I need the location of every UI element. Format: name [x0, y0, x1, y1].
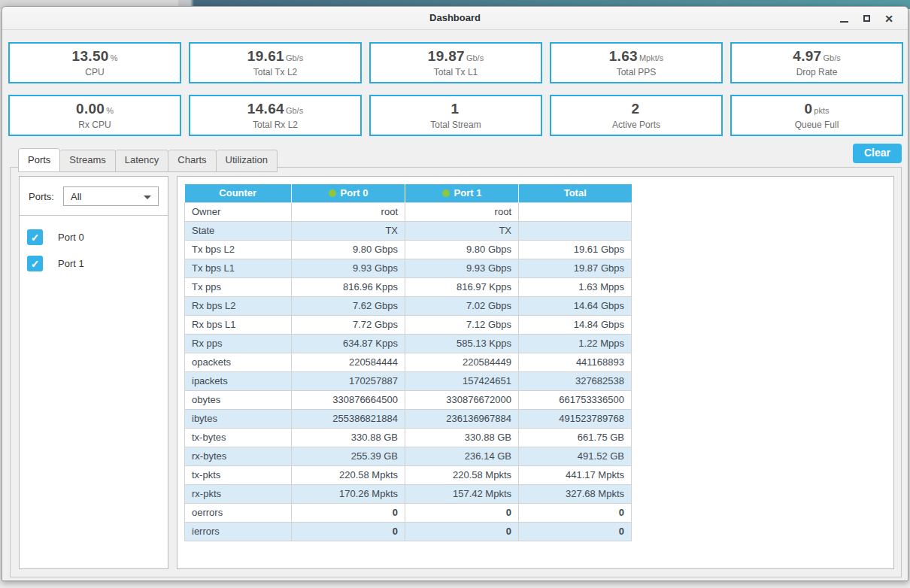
stat-unit: Gb/s — [823, 53, 840, 62]
counter-cell: rx-bytes — [185, 447, 292, 465]
stat-card: 14.64Gb/s Total Rx L2 — [189, 95, 362, 136]
value-cell: 7.02 Gbps — [405, 296, 519, 315]
tab-streams[interactable]: Streams — [60, 150, 115, 172]
stat-label: Drop Rate — [796, 67, 838, 77]
value-cell: 220584444 — [292, 353, 405, 371]
tab-charts[interactable]: Charts — [168, 150, 216, 172]
table-row-opackets: opackets220584444220584449441168893 — [185, 353, 632, 371]
value-cell: 220584449 — [405, 353, 519, 371]
tab-utilization[interactable]: Utilization — [217, 150, 278, 172]
stat-unit: Mpkt/s — [639, 53, 663, 62]
minimize-button[interactable] — [833, 11, 855, 27]
table-row-tx-pps: Tx pps816.96 Kpps816.97 Kpps1.63 Mpps — [185, 277, 632, 296]
stat-label: Rx CPU — [78, 120, 111, 130]
value-cell: 327682538 — [519, 371, 632, 390]
stat-label: Queue Full — [795, 120, 839, 130]
tab-bar: PortsStreamsLatencyChartsUtilization — [18, 148, 278, 172]
value-cell: 19.61 Gbps — [519, 240, 632, 259]
table-row-rx-bps-l2: Rx bps L27.62 Gbps7.02 Gbps14.64 Gbps — [185, 296, 632, 315]
value-cell: 220.58 Mpkts — [405, 465, 519, 484]
counter-cell: rx-pkts — [185, 484, 292, 503]
minimize-icon — [840, 21, 848, 23]
stat-card: 13.50% CPU — [8, 42, 181, 83]
stat-label: Active Ports — [612, 120, 660, 130]
maximize-icon — [863, 15, 870, 22]
value-cell: 491523789768 — [519, 409, 632, 428]
window-controls: ✕ — [833, 7, 900, 30]
value-cell: 1.22 Mpps — [519, 334, 632, 353]
stat-value: 2 — [632, 101, 640, 117]
stat-unit: Gb/s — [286, 53, 303, 62]
value-cell: 14.84 Gbps — [519, 315, 632, 334]
counters-table: CounterPort 0Port 1Total OwnerrootrootSt… — [184, 184, 632, 541]
value-cell: 170.26 Mpkts — [292, 484, 405, 503]
stat-label: Total Tx L1 — [434, 67, 478, 77]
value-cell: 330.88 GB — [405, 428, 519, 447]
stat-value: 14.64 — [247, 101, 284, 117]
tab-ports[interactable]: Ports — [18, 148, 60, 172]
value-cell: 236136967884 — [405, 409, 519, 428]
table-row-rx-bytes: rx-bytes255.39 GB236.14 GB491.52 GB — [185, 447, 632, 465]
port-status-icon — [329, 189, 336, 197]
value-cell: 14.64 Gbps — [519, 296, 632, 315]
table-row-tx-bps-l1: Tx bps L19.93 Gbps9.93 Gbps19.87 Gbps — [185, 259, 632, 277]
stat-label: CPU — [85, 67, 104, 77]
value-cell: 441168893 — [519, 353, 632, 371]
value-cell: 661.75 GB — [519, 428, 632, 447]
value-cell: 330876664500 — [292, 390, 405, 409]
counter-cell: Tx bps L1 — [185, 259, 292, 277]
value-cell: 19.87 Gbps — [519, 259, 632, 277]
ports-filter-dropdown[interactable]: All — [63, 186, 159, 206]
ports-filter-row: Ports: All — [20, 177, 168, 215]
maximize-button[interactable] — [855, 11, 878, 27]
value-cell: 157424651 — [405, 371, 519, 390]
checkbox-checked-icon: ✓ — [27, 229, 43, 245]
counter-cell: ibytes — [185, 409, 292, 428]
ports-list: ✓Port 0✓Port 1 — [20, 216, 168, 289]
stat-unit: % — [111, 53, 118, 62]
value-cell: 0 — [519, 503, 632, 522]
value-cell: 0 — [292, 522, 405, 541]
ports-filter-label: Ports: — [29, 191, 54, 202]
stat-value: 1 — [451, 101, 460, 117]
title-bar: Dashboard ✕ — [2, 7, 908, 30]
value-cell: 9.93 Gbps — [405, 259, 519, 277]
counter-cell: tx-bytes — [185, 428, 292, 447]
counter-cell: Tx pps — [185, 277, 292, 296]
value-cell: 441.17 Mpkts — [519, 465, 632, 484]
table-row-obytes: obytes3308766645003308766720006617533365… — [185, 390, 632, 409]
close-icon: ✕ — [884, 14, 893, 24]
value-cell: 255.39 GB — [292, 447, 405, 465]
value-cell: 170257887 — [292, 371, 405, 390]
tab-content-frame: Ports: All ✓Port 0✓Port 1 CounterPort 0P… — [10, 167, 902, 577]
table-row-ierrors: ierrors000 — [185, 522, 632, 541]
counter-cell: Owner — [185, 202, 292, 221]
port-checkbox-port-1[interactable]: ✓Port 1 — [27, 256, 160, 271]
value-cell: 7.12 Gbps — [405, 315, 519, 334]
counter-cell: tx-pkts — [185, 465, 292, 484]
stat-unit: % — [106, 106, 114, 115]
tab-latency[interactable]: Latency — [116, 150, 169, 172]
table-row-owner: Ownerrootroot — [185, 202, 632, 221]
port-checkbox-port-0[interactable]: ✓Port 0 — [27, 229, 160, 245]
value-cell: 0 — [519, 522, 632, 541]
table-row-state: StateTXTX — [185, 221, 632, 240]
close-button[interactable]: ✕ — [878, 11, 900, 27]
clear-button[interactable]: Clear — [853, 144, 902, 163]
stat-label: Total PPS — [617, 67, 657, 77]
stat-value: 19.87 — [428, 48, 465, 64]
counters-panel: CounterPort 0Port 1Total OwnerrootrootSt… — [177, 176, 894, 569]
table-header-port-0: Port 0 — [292, 184, 405, 202]
stat-card: 0.00% Rx CPU — [8, 95, 181, 136]
stat-card: 19.87Gb/s Total Tx L1 — [369, 42, 542, 83]
stat-card: 1.63Mpkt/s Total PPS — [550, 42, 723, 83]
value-cell: 816.96 Kpps — [292, 277, 405, 296]
value-cell: 157.42 Mpkts — [405, 484, 519, 503]
port-status-icon — [442, 189, 450, 197]
value-cell: 236.14 GB — [405, 447, 519, 465]
table-row-oerrors: oerrors000 — [185, 503, 632, 522]
counter-cell: Rx pps — [185, 334, 292, 353]
stat-card: 2 Active Ports — [550, 95, 723, 136]
checkbox-checked-icon: ✓ — [27, 256, 43, 271]
value-cell — [519, 202, 632, 221]
